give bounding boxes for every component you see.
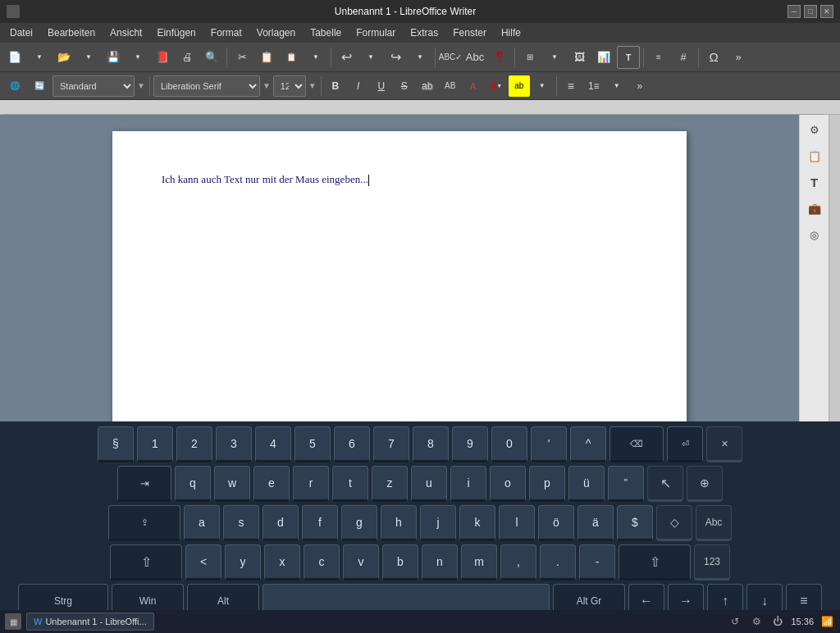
bullets-button[interactable]: ≡	[560, 75, 582, 97]
print-preview-button[interactable]: 🔍	[200, 46, 223, 69]
spellcheck-button[interactable]: ABC✓	[439, 46, 462, 69]
new-dropdown[interactable]: ▼	[28, 46, 51, 69]
key-dollar[interactable]: $	[617, 505, 653, 541]
table-dropdown[interactable]: ▼	[543, 46, 566, 69]
paragraph-style-select[interactable]: Standard	[52, 75, 135, 97]
copy-button[interactable]: 📋	[255, 46, 278, 69]
key-move[interactable]: ⊕	[687, 466, 723, 502]
key-tab[interactable]: ⇥	[117, 466, 171, 502]
list-dropdown[interactable]: ▼	[606, 75, 628, 97]
key-oe[interactable]: ö	[538, 505, 574, 541]
key-mouse-ptr[interactable]: ↖	[647, 466, 683, 502]
key-i[interactable]: i	[450, 466, 486, 502]
highlight-button[interactable]: ab	[509, 75, 530, 97]
key-close-kb[interactable]: ✕	[706, 426, 742, 462]
key-u[interactable]: u	[411, 466, 447, 502]
lines-button[interactable]: ≡	[647, 46, 670, 69]
taskbar-start-button[interactable]: ▦	[5, 613, 21, 630]
undo-button[interactable]: ↩	[335, 46, 358, 69]
key-4[interactable]: 4	[255, 426, 291, 462]
key-caret[interactable]: ^	[570, 426, 606, 462]
key-1[interactable]: 1	[137, 426, 173, 462]
open-dropdown[interactable]: ▼	[77, 46, 100, 69]
key-123[interactable]: 123	[694, 544, 730, 581]
style-browse2-button[interactable]: 🔄	[28, 75, 51, 98]
key-x[interactable]: x	[264, 544, 300, 581]
numbering-button[interactable]: 1≡	[583, 75, 605, 97]
menu-datei[interactable]: Datei	[3, 25, 39, 40]
key-3[interactable]: 3	[216, 426, 252, 462]
key-period[interactable]: .	[540, 544, 576, 581]
menu-extras[interactable]: Extras	[404, 25, 445, 40]
hash-button[interactable]: #	[672, 46, 695, 69]
menu-tabelle[interactable]: Tabelle	[304, 25, 348, 40]
sidebar-navigator-button[interactable]: ◎	[803, 223, 826, 246]
key-t[interactable]: t	[332, 466, 368, 502]
key-enter-top[interactable]: ⏎	[667, 426, 703, 462]
menu-fenster[interactable]: Fenster	[446, 25, 493, 40]
key-6[interactable]: 6	[334, 426, 370, 462]
image-button[interactable]: 🖼	[568, 46, 591, 69]
key-8[interactable]: 8	[413, 426, 449, 462]
key-shift-left[interactable]: ⇧	[110, 544, 182, 581]
menu-ansicht[interactable]: Ansicht	[103, 25, 148, 40]
sidebar-properties-button[interactable]: ⚙	[803, 118, 826, 141]
key-dquote[interactable]: "	[608, 466, 644, 502]
document-content[interactable]: Ich kann auch Text nur mit der Maus eing…	[162, 172, 637, 187]
redo-button[interactable]: ↪	[384, 46, 407, 69]
menu-formular[interactable]: Formular	[349, 25, 402, 40]
paste-dropdown[interactable]: ▼	[304, 46, 327, 69]
close-button[interactable]: ✕	[820, 5, 833, 18]
minimize-button[interactable]: ─	[788, 5, 801, 18]
key-paragraph[interactable]: §	[98, 426, 134, 462]
vertical-scrollbar[interactable]	[829, 115, 840, 421]
undo-dropdown[interactable]: ▼	[359, 46, 382, 69]
key-backspace[interactable]: ⌫	[609, 426, 664, 462]
redo-dropdown[interactable]: ▼	[409, 46, 431, 69]
key-z[interactable]: z	[372, 466, 408, 502]
highlight-dropdown[interactable]: ▼	[532, 75, 553, 97]
menu-format[interactable]: Format	[204, 25, 249, 40]
font-select[interactable]: Liberation Serif	[153, 75, 260, 97]
key-l[interactable]: l	[499, 505, 535, 541]
key-e[interactable]: e	[253, 466, 290, 502]
menu-bearbeiten[interactable]: Bearbeiten	[41, 25, 102, 40]
key-comma[interactable]: ,	[500, 544, 536, 581]
key-w[interactable]: w	[214, 466, 250, 502]
key-ue[interactable]: ü	[568, 466, 605, 502]
fontcolor-button[interactable]: A ▼	[486, 75, 507, 97]
maximize-button[interactable]: □	[804, 5, 817, 18]
export-pdf-button[interactable]: 📕	[151, 46, 174, 69]
cut-button[interactable]: ✂	[231, 46, 253, 69]
key-y[interactable]: y	[225, 544, 261, 581]
key-v[interactable]: v	[343, 544, 379, 581]
open-button[interactable]: 📂	[52, 46, 75, 69]
key-2[interactable]: 2	[176, 426, 212, 462]
save-dropdown[interactable]: ▼	[126, 46, 149, 69]
charformat-button[interactable]: A	[463, 75, 484, 97]
textbox-button[interactable]: T	[617, 46, 640, 69]
smallcaps-button[interactable]: AB	[440, 75, 461, 97]
key-a[interactable]: a	[184, 505, 220, 541]
key-caps[interactable]: ⇪	[108, 505, 180, 541]
bold-button[interactable]: B	[325, 75, 346, 97]
sidebar-gallery-button[interactable]: 💼	[803, 197, 826, 220]
key-n[interactable]: n	[422, 544, 458, 581]
shadow-button[interactable]: ab	[417, 75, 438, 97]
key-j[interactable]: j	[420, 505, 456, 541]
paste-button[interactable]: 📋	[280, 46, 303, 69]
key-c[interactable]: c	[304, 544, 340, 581]
taskbar-power-btn[interactable]: ⏻	[769, 613, 786, 630]
key-diamond[interactable]: ◇	[656, 505, 692, 541]
key-shift-right[interactable]: ⇧	[619, 544, 691, 581]
italic-button[interactable]: I	[348, 75, 369, 97]
key-g[interactable]: g	[341, 505, 377, 541]
menu-einfuegen[interactable]: Einfügen	[150, 25, 202, 40]
taskbar-settings-btn[interactable]: ⚙	[748, 613, 765, 630]
taskbar-app-item[interactable]: W Unbenannt 1 - LibreOffi...	[26, 613, 154, 631]
strikethrough-button[interactable]: S	[394, 75, 415, 97]
key-minus[interactable]: -	[579, 544, 615, 581]
taskbar-network-btn[interactable]: 📶	[819, 613, 835, 630]
chart-button[interactable]: 📊	[592, 46, 615, 69]
key-7[interactable]: 7	[373, 426, 409, 462]
